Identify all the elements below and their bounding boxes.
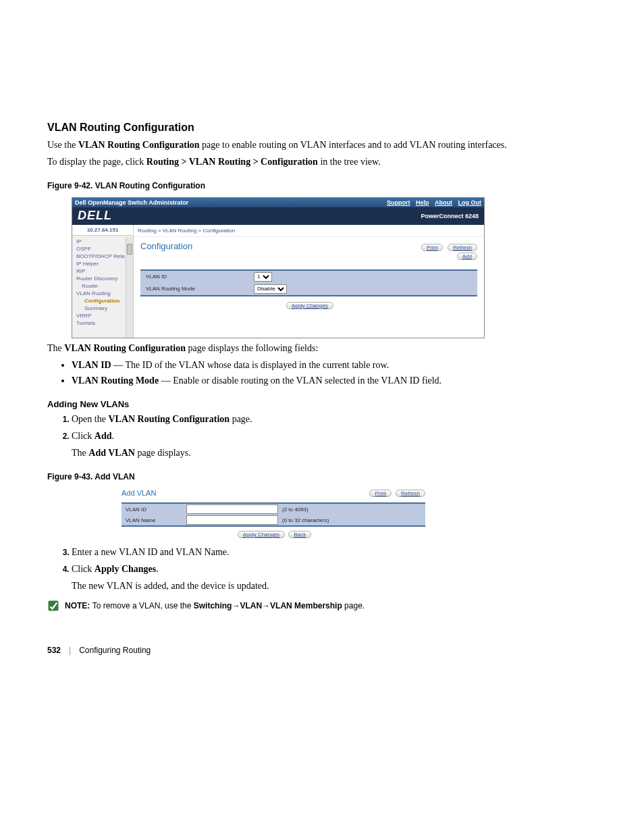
text: Click bbox=[72, 564, 95, 574]
tree-item[interactable]: OSPF bbox=[76, 245, 132, 253]
sidebar-scrollbar[interactable] bbox=[126, 237, 133, 338]
apply-changes-button[interactable]: Apply Changes bbox=[238, 531, 285, 538]
text: The bbox=[47, 343, 64, 353]
navpath: Routing > VLAN Routing > Configuration bbox=[146, 157, 318, 167]
logout-link[interactable]: Log Out bbox=[458, 199, 482, 206]
text: page displays. bbox=[135, 448, 191, 458]
text: page. bbox=[342, 601, 365, 610]
field-hint: (2 to 4093) bbox=[282, 506, 308, 513]
routing-mode-select[interactable]: Disable bbox=[254, 284, 287, 294]
svg-rect-0 bbox=[49, 600, 59, 610]
term: VLAN Routing Mode bbox=[72, 375, 159, 386]
term: VLAN Routing Configuration bbox=[64, 343, 186, 353]
text: Use the bbox=[47, 140, 78, 150]
vlan-id-select[interactable]: 1 bbox=[254, 272, 272, 282]
tree-item-selected[interactable]: Configuration bbox=[76, 297, 132, 305]
vlan-name-input[interactable] bbox=[186, 515, 278, 525]
tree-item[interactable]: Router Discovery bbox=[76, 275, 132, 282]
field-hint: (0 to 32 characters) bbox=[282, 517, 329, 523]
device-model: PowerConnect 6248 bbox=[421, 213, 479, 219]
tree-item[interactable]: VRRP bbox=[76, 312, 132, 319]
figure-caption-1: Figure 9-42. VLAN Routing Configuration bbox=[47, 181, 597, 190]
text: — The ID of the VLAN whose data is displ… bbox=[111, 360, 389, 370]
field-label: VLAN Routing Mode bbox=[146, 286, 254, 292]
text: To display the page, click bbox=[47, 157, 146, 167]
form-row-vlan-name: VLAN Name (0 to 32 characters) bbox=[122, 515, 425, 525]
text: . bbox=[156, 564, 159, 574]
subheading-adding-vlans: Adding New VLANs bbox=[47, 399, 597, 409]
text: page to enable routing on VLAN interface… bbox=[200, 140, 507, 150]
config-form: VLAN ID 1 VLAN Routing Mode Disable bbox=[140, 269, 477, 296]
term: VLAN Routing Configuration bbox=[78, 140, 200, 150]
term: VLAN Membership bbox=[270, 601, 342, 610]
apply-row: Apply Changes bbox=[140, 296, 477, 311]
text: . bbox=[112, 431, 115, 441]
sidebar: 10.27.64.151 IP OSPF BOOTP/DHCP Rela IP … bbox=[72, 225, 134, 338]
refresh-button[interactable]: Refresh bbox=[448, 244, 477, 251]
field-label: VLAN ID bbox=[126, 506, 186, 513]
print-button[interactable]: Print bbox=[421, 244, 443, 251]
apply-changes-button[interactable]: Apply Changes bbox=[286, 302, 333, 309]
term: Switching bbox=[194, 601, 232, 610]
window-title: Dell OpenManage Switch Administrator bbox=[75, 199, 188, 206]
term: Apply Changes bbox=[95, 564, 156, 574]
about-link[interactable]: About bbox=[435, 199, 452, 206]
field-label: VLAN Name bbox=[126, 517, 186, 523]
term: VLAN ID bbox=[72, 360, 111, 370]
step-2: Click Add. The Add VLAN page displays. bbox=[72, 430, 597, 460]
page-number: 532 bbox=[47, 646, 61, 655]
chapter-title: Configuring Routing bbox=[79, 646, 151, 655]
nav-tree[interactable]: IP OSPF BOOTP/DHCP Rela IP Helper RIP Ro… bbox=[72, 236, 133, 338]
tree-item[interactable]: Tunnels bbox=[76, 319, 132, 327]
tree-item[interactable]: VLAN Routing bbox=[76, 290, 132, 297]
procedure-steps: Open the VLAN Routing Configuration page… bbox=[72, 413, 597, 460]
tree-item[interactable]: RIP bbox=[76, 267, 132, 275]
step-2-result: The Add VLAN page displays. bbox=[72, 447, 597, 460]
procedure-steps-cont: Enter a new VLAN ID and VLAN Name. Click… bbox=[72, 546, 597, 593]
after-figure-text: The VLAN Routing Configuration page disp… bbox=[47, 342, 597, 355]
support-link[interactable]: Support bbox=[387, 199, 410, 206]
section-heading: VLAN Routing Configuration bbox=[47, 122, 597, 134]
refresh-button[interactable]: Refresh bbox=[396, 490, 425, 497]
term: Add VLAN bbox=[88, 448, 135, 458]
page-title: Add VLAN bbox=[122, 489, 156, 497]
note-text: NOTE: To remove a VLAN, use the Switchin… bbox=[65, 601, 365, 610]
form-row-vlan-id: VLAN ID (2 to 4093) bbox=[122, 504, 425, 515]
step-3: Enter a new VLAN ID and VLAN Name. bbox=[72, 546, 597, 559]
text: Enter a new VLAN ID and VLAN Name. bbox=[72, 547, 230, 557]
text: page displays the following fields: bbox=[186, 343, 318, 353]
text: The bbox=[72, 448, 88, 458]
window-titlebar: Dell OpenManage Switch Administrator Sup… bbox=[72, 198, 484, 207]
add-vlan-buttons: Apply Changes Back bbox=[122, 527, 425, 542]
add-button[interactable]: Add bbox=[457, 253, 477, 260]
step-4: Click Apply Changes. The new VLAN is add… bbox=[72, 563, 597, 593]
tree-item[interactable]: IP bbox=[76, 238, 132, 245]
arrow-icon: → bbox=[262, 601, 270, 610]
intro-para-1: Use the VLAN Routing Configuration page … bbox=[47, 139, 597, 152]
form-row-routing-mode: VLAN Routing Mode Disable bbox=[140, 283, 477, 295]
back-button[interactable]: Back bbox=[288, 531, 311, 538]
vlan-id-input[interactable] bbox=[186, 504, 278, 514]
list-item: VLAN Routing Mode — Enable or disable ro… bbox=[72, 375, 597, 388]
text: To remove a VLAN, use the bbox=[92, 601, 194, 610]
add-vlan-header: Add VLAN Print Refresh bbox=[122, 488, 425, 498]
topnav-links: Support Help About Log Out bbox=[383, 199, 481, 206]
scrollbar-thumb[interactable] bbox=[127, 244, 132, 255]
tree-item[interactable]: Summary bbox=[76, 305, 132, 312]
note-label: NOTE: bbox=[65, 601, 92, 610]
tree-item[interactable]: Router bbox=[76, 282, 132, 290]
breadcrumb: Routing > VLAN Routing > Configuration bbox=[134, 225, 484, 237]
note-line: NOTE: To remove a VLAN, use the Switchin… bbox=[47, 600, 597, 612]
help-link[interactable]: Help bbox=[416, 199, 429, 206]
field-list: VLAN ID — The ID of the VLAN whose data … bbox=[72, 359, 597, 388]
screenshot-vlan-config: Dell OpenManage Switch Administrator Sup… bbox=[72, 197, 485, 338]
term: VLAN bbox=[240, 601, 262, 610]
text: page. bbox=[230, 414, 252, 424]
page-title: Configuration bbox=[140, 241, 192, 251]
page-footer: 532 | Configuring Routing bbox=[47, 646, 597, 655]
dell-logo: DELL bbox=[78, 209, 112, 223]
page-title-row: Configuration Print Refresh bbox=[140, 241, 477, 251]
tree-item[interactable]: IP Helper bbox=[76, 260, 132, 267]
tree-item[interactable]: BOOTP/DHCP Rela bbox=[76, 253, 132, 260]
print-button[interactable]: Print bbox=[369, 490, 391, 497]
